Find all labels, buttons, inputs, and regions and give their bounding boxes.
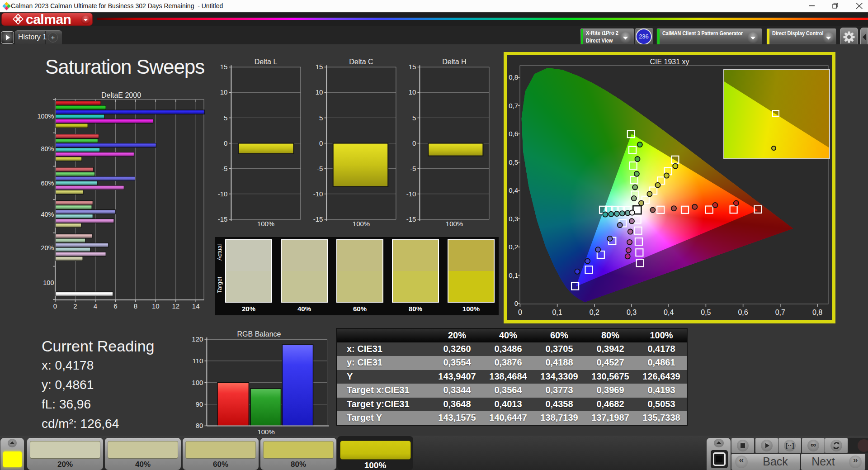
svg-text:-10: -10 [313, 190, 323, 198]
svg-text:90: 90 [196, 400, 203, 408]
svg-text:100%: 100% [257, 428, 274, 436]
svg-text:5: 5 [319, 114, 323, 122]
svg-text:100: 100 [192, 379, 203, 386]
svg-text:10: 10 [409, 88, 416, 96]
svg-text:-5: -5 [410, 165, 416, 172]
svg-text:0: 0 [412, 139, 416, 147]
svg-text:-15: -15 [313, 215, 323, 223]
svg-text:0: 0 [319, 139, 323, 147]
svg-text:0: 0 [514, 299, 518, 307]
svg-text:0,1: 0,1 [552, 309, 562, 316]
svg-text:-10: -10 [406, 190, 416, 198]
svg-text:100%: 100% [257, 220, 274, 228]
svg-text:0,4: 0,4 [509, 186, 518, 194]
svg-text:10: 10 [152, 302, 160, 310]
svg-text:0,7: 0,7 [509, 102, 518, 109]
svg-text:14: 14 [192, 302, 200, 310]
svg-text:2: 2 [73, 302, 77, 310]
svg-text:80: 80 [196, 422, 203, 429]
svg-text:Delta C: Delta C [349, 58, 373, 66]
svg-text:10: 10 [220, 88, 228, 96]
svg-text:5: 5 [412, 114, 416, 122]
svg-text:0: 0 [224, 139, 227, 147]
svg-text:0,6: 0,6 [509, 130, 518, 138]
svg-text:6: 6 [113, 302, 117, 310]
svg-text:100%: 100% [353, 220, 370, 228]
svg-text:15: 15 [316, 63, 323, 71]
svg-text:Delta H: Delta H [442, 58, 466, 66]
svg-text:80%: 80% [41, 145, 54, 152]
svg-text:110: 110 [192, 357, 203, 365]
svg-text:0,4: 0,4 [664, 309, 674, 316]
svg-text:0: 0 [53, 302, 57, 310]
svg-text:0,8: 0,8 [812, 309, 822, 316]
svg-text:0,2: 0,2 [509, 243, 518, 251]
svg-text:-15: -15 [406, 215, 416, 223]
svg-text:Delta L: Delta L [255, 58, 278, 66]
svg-text:0,8: 0,8 [509, 73, 518, 81]
svg-text:12: 12 [172, 302, 179, 310]
svg-text:0,1: 0,1 [509, 271, 518, 279]
svg-text:-15: -15 [218, 215, 228, 223]
svg-text:4: 4 [94, 302, 97, 310]
svg-text:-5: -5 [222, 165, 227, 172]
svg-text:0,3: 0,3 [509, 215, 518, 223]
svg-text:0: 0 [518, 309, 522, 316]
svg-text:0,5: 0,5 [701, 309, 711, 316]
svg-text:0,7: 0,7 [775, 309, 785, 316]
svg-text:15: 15 [220, 63, 228, 71]
svg-text:120: 120 [192, 335, 203, 343]
svg-text:100%: 100% [446, 220, 463, 228]
svg-text:-10: -10 [218, 190, 228, 198]
svg-text:-5: -5 [317, 165, 323, 172]
svg-text:100: 100 [43, 279, 54, 286]
svg-text:20%: 20% [41, 244, 54, 252]
svg-text:15: 15 [409, 63, 416, 71]
svg-text:5: 5 [224, 114, 227, 122]
svg-text:100%: 100% [37, 113, 54, 120]
svg-text:0,6: 0,6 [738, 309, 748, 316]
svg-text:0,3: 0,3 [627, 309, 637, 316]
svg-text:60%: 60% [41, 180, 54, 187]
svg-text:10: 10 [316, 88, 323, 96]
svg-text:RGB Balance: RGB Balance [237, 330, 281, 338]
svg-text:0,2: 0,2 [590, 309, 599, 316]
svg-text:8: 8 [134, 302, 137, 310]
svg-text:DeltaE 2000: DeltaE 2000 [101, 91, 141, 99]
svg-text:0,5: 0,5 [509, 158, 518, 166]
svg-text:40%: 40% [41, 211, 54, 218]
